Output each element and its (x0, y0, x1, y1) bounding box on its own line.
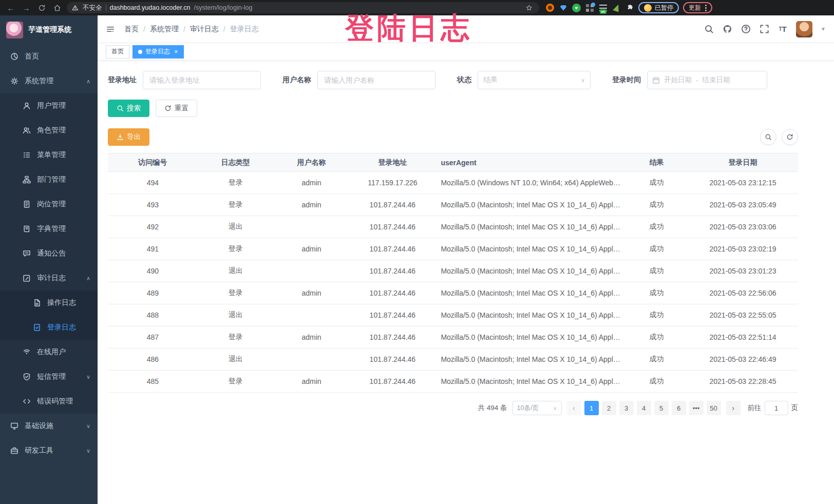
sidebar-item-login-log[interactable]: 登录日志 (0, 315, 98, 340)
edit-icon (23, 274, 31, 282)
sidebar-item-online-users[interactable]: 在线用户 (0, 340, 98, 364)
sidebar-item-system-mgmt[interactable]: 系统管理∧ (0, 69, 98, 93)
refresh-icon (164, 105, 172, 112)
logdoc-icon (33, 323, 41, 332)
reload-icon[interactable] (36, 2, 47, 13)
table-cell: Mozilla/5.0 (Macintosh; Intel Mac OS X 1… (435, 282, 626, 304)
hamburger-icon[interactable] (106, 25, 117, 34)
reset-button[interactable]: 重置 (156, 100, 197, 117)
extension-gem-icon[interactable] (559, 4, 567, 12)
fullscreen-icon[interactable] (759, 24, 769, 34)
extension-green-heart-icon[interactable]: ♥ (572, 4, 581, 12)
toggle-search-button[interactable] (760, 129, 776, 145)
more-pages-button[interactable]: ••• (689, 401, 704, 415)
tag-item[interactable]: 首页 (106, 45, 129, 59)
breadcrumb-item[interactable]: 首页 (124, 25, 139, 34)
extension-grid-icon[interactable] (585, 4, 594, 12)
sidebar-item-operation-log[interactable]: 操作日志 (0, 290, 98, 315)
table-cell: 493 (108, 194, 198, 216)
page-button[interactable]: 2 (602, 401, 616, 415)
breadcrumb-item[interactable]: 登录日志 (230, 25, 259, 34)
sidebar-item-notice[interactable]: 通知公告 (0, 241, 98, 266)
tree-icon (23, 176, 31, 184)
browser-menu-icon[interactable] (705, 5, 707, 11)
breadcrumb-item[interactable]: 系统管理 (150, 25, 179, 34)
status-select[interactable]: 结果 ∨ (478, 71, 591, 89)
table-cell: 2021-05-03 23:05:49 (688, 194, 798, 216)
next-page-button[interactable]: › (726, 401, 741, 415)
table-cell: 2021-05-03 22:28:45 (688, 371, 798, 393)
sidebar-item-label: 研发工具 (25, 446, 53, 455)
extension-orange-icon[interactable] (545, 4, 554, 12)
close-icon[interactable]: × (174, 48, 178, 55)
login-address-input[interactable] (143, 71, 261, 89)
page-button[interactable]: 3 (619, 401, 634, 415)
page-button[interactable]: 5 (654, 401, 669, 415)
page-button[interactable]: 50 (707, 401, 721, 415)
bookmark-star-icon[interactable] (526, 5, 534, 11)
sidebar-item-role-mgmt[interactable]: 角色管理 (0, 118, 98, 143)
sidebar-item-errcode-mgmt[interactable]: 错误码管理 (0, 389, 98, 414)
extension-leaf-icon[interactable] (612, 4, 621, 12)
table-cell: admin (274, 238, 350, 260)
username-input[interactable] (317, 71, 435, 89)
table-cell (274, 260, 350, 282)
forward-icon[interactable]: → (21, 2, 32, 13)
monitor-icon (10, 422, 18, 430)
goto-label: 前往 (748, 403, 762, 413)
sidebar-item-audit-log[interactable]: 审计日志∧ (0, 266, 98, 290)
github-icon[interactable] (722, 24, 732, 34)
pagination: 共 494 条 10条/页 ∨ ‹ 123456•••50 › 前往 页 (108, 401, 798, 425)
search-button[interactable]: 搜索 (108, 100, 149, 117)
table-cell: Mozilla/5.0 (Macintosh; Intel Mac OS X 1… (435, 260, 626, 282)
sidebar-item-label: 角色管理 (37, 126, 66, 135)
login-time-range-picker[interactable]: 开始日期 - 结束日期 (647, 71, 767, 89)
refresh-table-button[interactable] (782, 129, 798, 145)
extensions-puzzle-icon[interactable] (626, 4, 634, 12)
table-cell: Mozilla/5.0 (Macintosh; Intel Mac OS X 1… (435, 348, 626, 371)
sidebar-item-label: 岗位管理 (37, 200, 66, 209)
search-icon[interactable] (704, 24, 714, 34)
sidebar-item-user-mgmt[interactable]: 用户管理 (0, 93, 98, 118)
online-icon (23, 348, 31, 356)
avatar-caret-down-icon[interactable]: ▼ (821, 26, 826, 32)
browser-update-button[interactable]: 更新 (683, 2, 712, 13)
home-icon[interactable] (51, 2, 63, 13)
page-size-select[interactable]: 10条/页 ∨ (513, 401, 562, 415)
page-button[interactable]: 4 (637, 401, 651, 415)
prev-page-button[interactable]: ‹ (567, 401, 581, 415)
font-size-icon[interactable]: TT (778, 24, 788, 34)
gear-icon (10, 77, 18, 85)
status-label: 状态 (457, 75, 471, 85)
table-cell: 2021-05-03 23:12:15 (688, 172, 798, 194)
sidebar-item-dict-mgmt[interactable]: 字典管理 (0, 217, 98, 241)
table-cell: 101.87.244.46 (349, 326, 435, 348)
export-button[interactable]: 导出 (108, 128, 149, 146)
extension-row: ♥ on (545, 4, 634, 12)
end-date-placeholder: 结束日期 (703, 75, 730, 85)
breadcrumb-separator: / (223, 25, 225, 33)
table-cell: 登录 (198, 238, 274, 260)
goto-page-input[interactable] (765, 401, 788, 415)
sidebar-item-sms-mgmt[interactable]: 短信管理∨ (0, 364, 98, 389)
code-icon (23, 397, 31, 405)
sidebar-item-menu-mgmt[interactable]: 菜单管理 (0, 143, 98, 167)
extension-list-icon[interactable]: on (599, 4, 608, 12)
back-icon[interactable]: ← (5, 2, 16, 13)
user-avatar[interactable] (796, 21, 812, 37)
sidebar-item-dev-tools[interactable]: 研发工具∨ (0, 438, 98, 463)
page-button[interactable]: 1 (584, 401, 599, 415)
page-button[interactable]: 6 (672, 401, 686, 415)
table-cell: 494 (108, 172, 198, 194)
shield-icon (23, 373, 31, 381)
address-bar[interactable]: 不安全 dashboard.yudao.iocoder.cn/system/lo… (67, 2, 539, 13)
help-icon[interactable] (741, 24, 751, 34)
table-cell: 成功 (626, 348, 688, 371)
sidebar-item-home[interactable]: 首页 (0, 44, 98, 69)
tag-active[interactable]: 登录日志× (132, 45, 184, 59)
breadcrumb-item[interactable]: 审计日志 (190, 25, 219, 34)
sidebar-item-post-mgmt[interactable]: 岗位管理 (0, 192, 98, 217)
sidebar-item-infrastructure[interactable]: 基础设施∨ (0, 414, 98, 438)
profile-paused-chip[interactable]: 已暂停 (638, 2, 679, 13)
sidebar-item-dept-mgmt[interactable]: 部门管理 (0, 167, 98, 192)
